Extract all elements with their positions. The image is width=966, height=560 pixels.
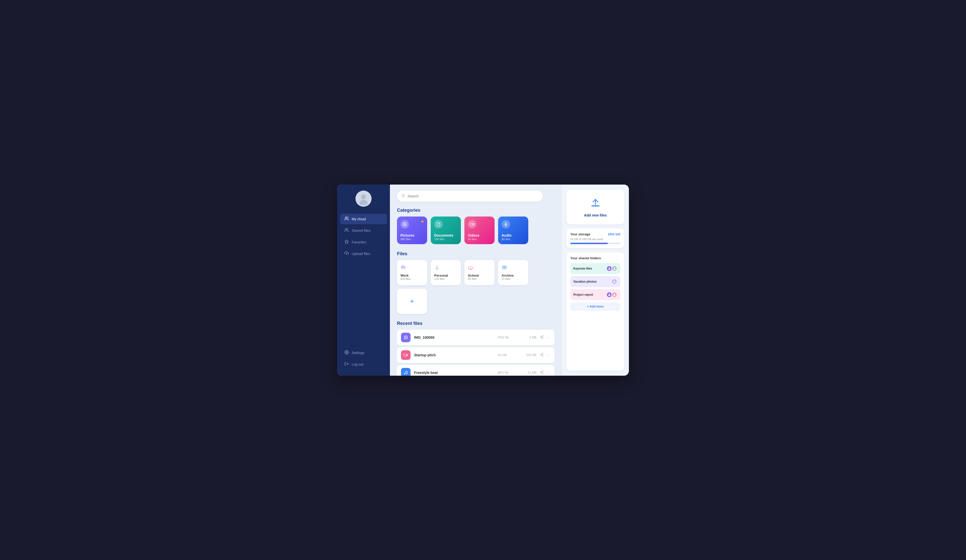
file-row-beat: Freestyle beat MP3 file 21 MB ··· xyxy=(397,365,554,376)
audio-name: Audio xyxy=(502,233,525,238)
svg-rect-16 xyxy=(401,266,406,269)
shared-folder-keynote[interactable]: Keynote files xyxy=(570,263,620,274)
svg-point-6 xyxy=(346,351,347,353)
sidebar-item-favorites[interactable]: Favorites xyxy=(340,237,387,248)
work-folder-icon xyxy=(401,265,424,272)
files-title: Files xyxy=(397,251,554,256)
add-files-card[interactable]: Add new files xyxy=(566,190,624,224)
school-folder-icon xyxy=(468,265,491,272)
project-avatars xyxy=(606,292,617,298)
file-actions-startup: ··· xyxy=(540,353,550,357)
add-more-button[interactable]: + Add more xyxy=(570,302,620,311)
sidebar-item-label: Favorites xyxy=(352,240,366,244)
shared-folders-title: Your shared folders xyxy=(570,256,620,260)
vacation-avatars xyxy=(611,279,617,285)
avatar-2 xyxy=(611,266,617,272)
keynote-folder-name: Keynote files xyxy=(573,267,592,270)
folder-personal[interactable]: Personal 115 files xyxy=(431,260,461,285)
add-icon: + xyxy=(410,297,414,305)
svg-point-8 xyxy=(402,194,404,197)
sidebar: My cloud Shared files xyxy=(337,185,390,376)
svg-point-27 xyxy=(542,338,544,339)
shared-folders-section: Your shared folders Keynote files Vacati… xyxy=(566,252,624,371)
more-button-startup[interactable]: ··· xyxy=(547,353,550,357)
school-folder-count: 65 files xyxy=(468,278,491,280)
school-folder-name: School xyxy=(468,274,491,278)
settings-icon xyxy=(344,350,349,356)
sidebar-item-log-out[interactable]: Log out xyxy=(340,359,387,370)
add-folder-button[interactable]: + xyxy=(397,289,427,314)
sidebar-item-shared-files[interactable]: Shared files xyxy=(340,225,387,236)
svg-point-32 xyxy=(542,353,544,354)
folder-archive[interactable]: Archive 21 files xyxy=(498,260,528,285)
category-card-documents[interactable]: Documents 190 files xyxy=(431,217,461,244)
file-type-img: PNG file xyxy=(498,336,515,339)
svg-rect-31 xyxy=(404,354,406,356)
sidebar-item-settings[interactable]: Settings xyxy=(340,348,387,358)
sidebar-bottom: Settings Log out xyxy=(337,348,390,370)
svg-point-11 xyxy=(404,223,404,224)
svg-marker-12 xyxy=(473,223,474,225)
more-button-img[interactable]: ··· xyxy=(547,335,550,340)
project-folder-name: Project report xyxy=(573,293,593,296)
sidebar-item-my-cloud[interactable]: My cloud xyxy=(340,214,387,224)
avatar-3 xyxy=(611,279,617,285)
svg-point-38 xyxy=(406,373,407,374)
add-files-label: Add new files xyxy=(584,213,606,217)
svg-point-39 xyxy=(542,371,544,372)
file-actions-beat: ··· xyxy=(540,370,550,375)
svg-point-25 xyxy=(542,335,544,337)
avatar-5 xyxy=(611,292,617,298)
audio-count: 80 files xyxy=(502,238,525,241)
folder-work[interactable]: Work 820 files xyxy=(397,260,427,285)
search-input[interactable] xyxy=(407,194,538,198)
category-card-pictures[interactable]: ★ Pictures 480 files xyxy=(397,217,427,244)
shared-folder-vacation[interactable]: Vacation photos xyxy=(570,276,620,287)
folder-school[interactable]: School 65 files xyxy=(464,260,495,285)
storage-bar-background xyxy=(570,243,620,244)
files-grid: Work 820 files Personal 115 files xyxy=(397,260,554,314)
share-button-beat[interactable] xyxy=(540,370,544,375)
sidebar-item-upload-files[interactable]: Upload files xyxy=(340,248,387,259)
star-icon: ★ xyxy=(421,219,424,224)
search-bar[interactable] xyxy=(397,190,543,202)
documents-icon xyxy=(434,220,443,228)
category-card-audio[interactable]: Audio 80 files xyxy=(498,217,528,244)
file-row-startup: Startup pitch AVI file 105 MB ··· xyxy=(397,347,554,363)
upload-files-icon xyxy=(344,251,349,256)
svg-line-29 xyxy=(541,336,542,337)
personal-folder-name: Personal xyxy=(434,274,457,278)
documents-count: 190 files xyxy=(434,238,457,241)
svg-line-36 xyxy=(541,354,542,354)
storage-description: 75 GB of 100 GB are used xyxy=(570,238,620,241)
file-name-img: IMG_100000 xyxy=(414,335,494,340)
keynote-avatars xyxy=(606,266,617,272)
svg-line-42 xyxy=(541,373,542,373)
videos-name: Videos xyxy=(468,233,491,238)
svg-point-54 xyxy=(609,294,610,295)
svg-point-2 xyxy=(345,217,347,218)
share-button-img[interactable] xyxy=(540,335,544,340)
svg-line-43 xyxy=(541,371,542,372)
file-type-beat: MP3 file xyxy=(498,371,515,374)
work-folder-count: 820 files xyxy=(401,278,424,280)
archive-folder-count: 21 files xyxy=(502,278,525,280)
svg-point-34 xyxy=(542,355,544,356)
shared-folder-project[interactable]: Project report xyxy=(570,289,620,300)
category-card-videos[interactable]: Videos 30 files xyxy=(464,217,495,244)
file-icon-img xyxy=(401,333,411,342)
personal-folder-icon xyxy=(434,265,457,272)
share-button-startup[interactable] xyxy=(540,353,544,357)
pictures-count: 480 files xyxy=(401,238,424,241)
recent-files-list: IMG_100000 PNG file 5 MB ··· xyxy=(397,330,554,376)
videos-count: 30 files xyxy=(468,238,491,241)
main-content: Categories ★ Pictures 480 files xyxy=(390,185,562,376)
avatar xyxy=(355,190,371,207)
storage-percent: 25% left xyxy=(608,232,620,236)
svg-point-33 xyxy=(540,354,541,355)
archive-folder-name: Archive xyxy=(502,274,525,278)
avatar-area xyxy=(337,190,390,207)
more-button-beat[interactable]: ··· xyxy=(547,370,550,374)
file-type-startup: AVI file xyxy=(498,353,515,357)
vacation-folder-name: Vacation photos xyxy=(573,280,597,283)
